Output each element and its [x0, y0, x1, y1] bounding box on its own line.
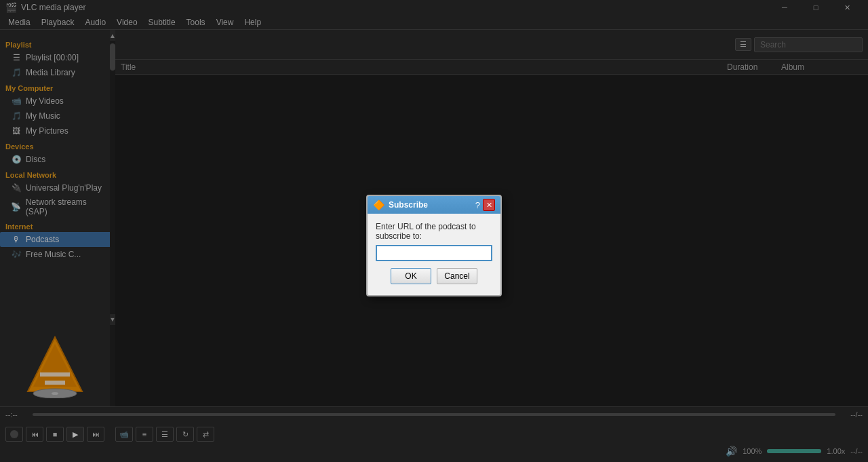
dialog-prompt-label: Enter URL of the podcast to subscribe to… [376, 222, 492, 241]
subscribe-dialog: 🔶 Subscribe ? ✕ Enter URL of the podcast… [366, 195, 502, 296]
dialog-title-bar: 🔶 Subscribe ? ✕ [368, 196, 500, 214]
dialog-help-button[interactable]: ? [473, 200, 483, 210]
dialog-vlc-icon: 🔶 [373, 199, 384, 210]
ok-button[interactable]: OK [391, 268, 431, 284]
url-input[interactable] [376, 245, 492, 261]
dialog-title-label: Subscribe [389, 200, 473, 210]
modal-overlay: 🔶 Subscribe ? ✕ Enter URL of the podcast… [0, 0, 868, 462]
dialog-close-button[interactable]: ✕ [483, 199, 495, 211]
dialog-body: Enter URL of the podcast to subscribe to… [368, 214, 500, 295]
dialog-buttons: OK Cancel [376, 268, 492, 290]
cancel-button[interactable]: Cancel [437, 268, 477, 284]
